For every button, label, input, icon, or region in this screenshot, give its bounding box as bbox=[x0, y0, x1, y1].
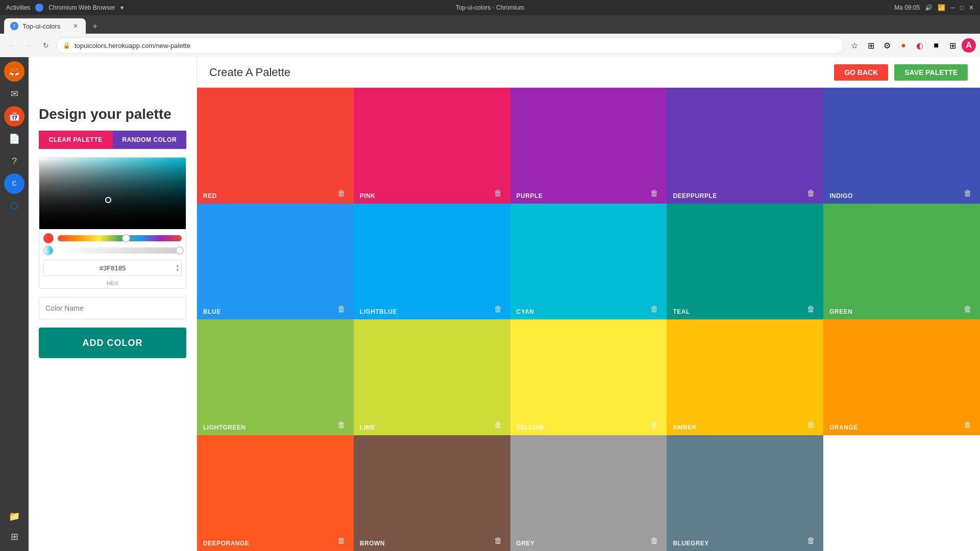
firefox-icon[interactable]: 🦊 bbox=[4, 61, 24, 82]
delete-color-button[interactable]: 🗑 bbox=[335, 303, 348, 315]
delete-color-button[interactable]: 🗑 bbox=[648, 187, 660, 199]
extension-4-icon[interactable]: ⊞ bbox=[945, 38, 960, 53]
tab-close-button[interactable]: ✕ bbox=[71, 22, 80, 30]
vscode-icon[interactable]: ⬡ bbox=[4, 196, 24, 216]
random-color-button[interactable]: RANDOM COLOR bbox=[113, 131, 187, 149]
hue-slider[interactable] bbox=[58, 235, 182, 241]
hue-slider-thumb[interactable] bbox=[122, 234, 130, 242]
alpha-slider[interactable] bbox=[58, 247, 182, 254]
color-picker[interactable]: ▲▼ HEX bbox=[39, 157, 186, 289]
os-bar: Activities Chromium Web Browser ▾ Top-ui… bbox=[0, 0, 980, 15]
color-cell: DEEPPURPLE🗑 bbox=[667, 88, 823, 204]
color-cell-label: INDIGO bbox=[829, 192, 974, 199]
os-time: Ma 09:05 bbox=[894, 4, 920, 11]
color-cell-label: LIGHTBLUE bbox=[360, 308, 504, 315]
go-back-button[interactable]: GO BACK bbox=[834, 64, 888, 81]
delete-color-button[interactable]: 🗑 bbox=[335, 187, 348, 199]
color-cell: GREEN🗑 bbox=[823, 204, 980, 319]
color-cell-label: AMBER bbox=[673, 424, 817, 431]
color-cell: ORANGE🗑 bbox=[823, 319, 980, 435]
os-bar-right: Ma 09:05 🔊 📶 ─ □ ✕ bbox=[894, 4, 974, 11]
bookmark-icon[interactable]: ☆ bbox=[847, 38, 862, 53]
extension-1-icon[interactable]: ● bbox=[896, 38, 911, 53]
settings-icon[interactable]: ⚙ bbox=[880, 38, 894, 53]
delete-color-button[interactable]: 🗑 bbox=[805, 535, 817, 547]
color-name-input[interactable] bbox=[39, 297, 186, 319]
new-tab-button[interactable]: + bbox=[88, 19, 102, 34]
color-cell-label: LIGHTGREEN bbox=[203, 424, 348, 431]
color-cell: LIME🗑 bbox=[354, 319, 510, 435]
active-tab[interactable]: T Top-ui-colors ✕ bbox=[4, 18, 86, 34]
alpha-slider-thumb[interactable] bbox=[176, 246, 184, 255]
calendar-icon[interactable]: 📅 bbox=[4, 106, 24, 127]
color-cell-label: TEAL bbox=[673, 308, 817, 315]
save-palette-button[interactable]: SAVE PALETTE bbox=[894, 64, 968, 81]
hex-arrows[interactable]: ▲▼ bbox=[176, 263, 180, 272]
reload-button[interactable]: ↻ bbox=[39, 38, 53, 53]
address-bar[interactable]: 🔒 topuicolors.herokuapp.com/new-palette bbox=[56, 37, 844, 54]
hue-slider-row bbox=[39, 229, 186, 245]
color-gradient-picker[interactable] bbox=[39, 158, 186, 229]
filter-icon[interactable]: ⊞ bbox=[864, 38, 878, 53]
tab-bar: T Top-ui-colors ✕ + bbox=[0, 15, 980, 34]
profile-icon[interactable]: A bbox=[962, 38, 976, 53]
color-cell-label: GREY bbox=[517, 540, 661, 547]
lock-icon: 🔒 bbox=[63, 42, 70, 49]
color-cell: CYAN🗑 bbox=[510, 204, 667, 319]
delete-color-button[interactable]: 🗑 bbox=[962, 303, 974, 315]
delete-color-button[interactable]: 🗑 bbox=[648, 419, 660, 431]
color-cell-label: LIME bbox=[360, 424, 504, 431]
header-actions: GO BACK SAVE PALETTE bbox=[834, 64, 968, 81]
help-icon[interactable]: ? bbox=[4, 151, 24, 171]
color-cell: LIGHTGREEN🗑 bbox=[197, 319, 354, 435]
os-minimize-button[interactable]: ─ bbox=[950, 4, 955, 11]
mail-icon[interactable]: ✉ bbox=[4, 84, 24, 104]
delete-color-button[interactable]: 🗑 bbox=[335, 419, 348, 431]
alpha-slider-row bbox=[39, 245, 186, 260]
app-container: 🦊 ✉ 📅 📄 ? C ⬡ 📁 ⊞ ‹ Design your palette … bbox=[0, 57, 980, 551]
delete-color-button[interactable]: 🗑 bbox=[805, 187, 817, 199]
panel-title: Design your palette bbox=[39, 106, 186, 122]
extension-3-icon[interactable]: ■ bbox=[929, 38, 943, 53]
extension-2-icon[interactable]: ◐ bbox=[913, 38, 927, 53]
docs-icon[interactable]: 📄 bbox=[4, 129, 24, 149]
delete-color-button[interactable]: 🗑 bbox=[492, 419, 504, 431]
hex-input[interactable] bbox=[43, 260, 182, 276]
os-maximize-button[interactable]: □ bbox=[960, 4, 964, 11]
activities-label[interactable]: Activities bbox=[6, 4, 30, 11]
files-icon[interactable]: 📁 bbox=[4, 506, 24, 527]
tab-label: Top-ui-colors bbox=[22, 22, 60, 30]
palette-action-buttons: CLEAR PALETTE RANDOM COLOR bbox=[39, 131, 186, 149]
url-text: topuicolors.herokuapp.com/new-palette bbox=[75, 42, 190, 49]
back-button[interactable]: ← bbox=[4, 38, 18, 53]
delete-color-button[interactable]: 🗑 bbox=[962, 419, 974, 431]
delete-color-button[interactable]: 🗑 bbox=[805, 303, 817, 315]
delete-color-button[interactable]: 🗑 bbox=[962, 187, 974, 199]
delete-color-button[interactable]: 🗑 bbox=[805, 419, 817, 431]
color-cell-label: GREEN bbox=[829, 308, 974, 315]
delete-color-button[interactable]: 🗑 bbox=[492, 187, 504, 199]
os-volume-icon: 🔊 bbox=[925, 4, 933, 11]
browser-favicon-icon bbox=[35, 4, 43, 12]
color-cell: DEEPORANGE🗑 bbox=[197, 435, 354, 551]
browser-icon[interactable]: C bbox=[4, 173, 24, 194]
forward-button[interactable]: → bbox=[21, 38, 36, 53]
add-color-button[interactable]: ADD COLOR bbox=[39, 328, 186, 358]
color-cell: PINK🗑 bbox=[354, 88, 510, 204]
os-close-button[interactable]: ✕ bbox=[969, 4, 974, 11]
left-panel: ‹ Design your palette CLEAR PALETTE RAND… bbox=[29, 57, 197, 551]
apps-icon[interactable]: ⊞ bbox=[4, 527, 24, 547]
color-cell-label: RED bbox=[203, 192, 348, 199]
browser-name-label[interactable]: Chromium Web Browser bbox=[48, 4, 115, 11]
nav-bar: ← → ↻ 🔒 topuicolors.herokuapp.com/new-pa… bbox=[0, 34, 980, 57]
delete-color-button[interactable]: 🗑 bbox=[648, 535, 660, 547]
delete-color-button[interactable]: 🗑 bbox=[335, 535, 348, 547]
color-cell: INDIGO🗑 bbox=[823, 88, 980, 204]
delete-color-button[interactable]: 🗑 bbox=[492, 303, 504, 315]
delete-color-button[interactable]: 🗑 bbox=[648, 303, 660, 315]
color-cell: BROWN🗑 bbox=[354, 435, 510, 551]
clear-palette-button[interactable]: CLEAR PALETTE bbox=[39, 131, 113, 149]
color-cell: BLUE🗑 bbox=[197, 204, 354, 319]
os-network-icon: 📶 bbox=[938, 4, 945, 11]
delete-color-button[interactable]: 🗑 bbox=[492, 535, 504, 547]
